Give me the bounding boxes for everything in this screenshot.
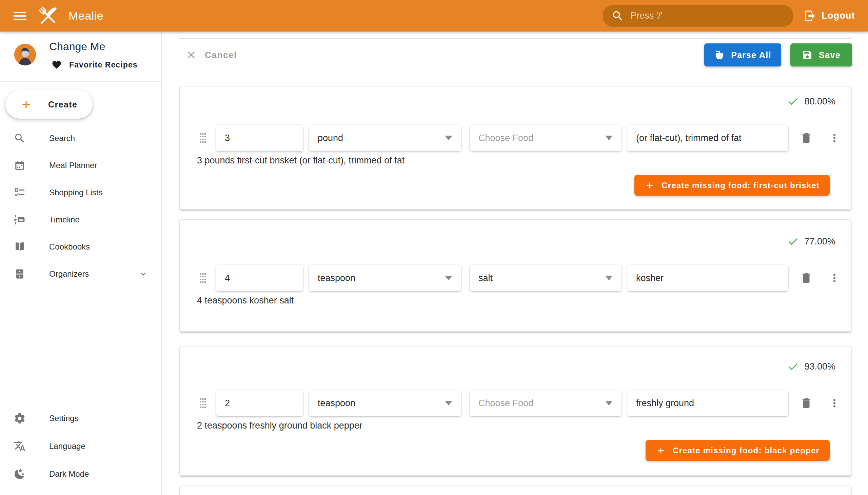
sidebar-item-label: Organizers (49, 269, 89, 279)
main-content: Cancel Parse All Save 80.00% (163, 32, 868, 495)
top-navbar: Mealie Press '/' Logout (0, 0, 868, 32)
food-select[interactable]: salt (470, 265, 622, 291)
cabinet-icon (14, 268, 26, 280)
sidebar-item-shopping-lists[interactable]: Shopping Lists (0, 179, 161, 206)
quantity-input[interactable] (216, 125, 303, 151)
unit-select-value: teaspoon (318, 398, 355, 409)
note-input[interactable] (627, 390, 788, 416)
cancel-button[interactable]: Cancel (185, 45, 237, 65)
dropdown-caret-icon (445, 401, 452, 406)
plus-icon (645, 181, 655, 190)
trash-icon[interactable] (800, 272, 813, 285)
sidebar-item-timeline[interactable]: Timeline (0, 206, 161, 233)
save-icon (802, 50, 813, 61)
unit-select[interactable]: teaspoon (309, 265, 461, 291)
ingredient-fields-row: teaspoon salt (180, 265, 851, 291)
sidebar-menu: Search Meal Planner Shopping Lists (0, 125, 161, 288)
sidebar-item-label: Meal Planner (49, 161, 97, 170)
apple-icon (714, 50, 725, 61)
favorite-recipes-link[interactable]: Favorite Recipes (52, 57, 138, 72)
parse-all-button[interactable]: Parse All (704, 44, 781, 66)
food-select-value: salt (478, 273, 493, 284)
chevron-down-icon (138, 269, 149, 279)
kebab-menu-icon[interactable] (828, 272, 840, 284)
save-button[interactable]: Save (790, 44, 852, 66)
sidebar-item-language[interactable]: Language (0, 432, 161, 460)
sidebar-item-label: Dark Mode (49, 469, 89, 479)
create-missing-food-label: Create missing food: first-cut brisket (662, 181, 819, 190)
note-input[interactable] (627, 265, 788, 291)
food-select-value: Choose Food (478, 133, 533, 143)
gear-icon (14, 412, 26, 425)
check-icon (787, 360, 799, 373)
logout-icon (804, 10, 816, 22)
avatar (14, 44, 36, 65)
unit-select-value: teaspoon (318, 273, 355, 284)
sidebar-item-search[interactable]: Search (0, 125, 161, 152)
sidebar-item-meal-planner[interactable]: Meal Planner (0, 152, 161, 179)
sidebar-item-dark-mode[interactable]: Dark Mode (0, 460, 161, 488)
dropdown-caret-icon (445, 136, 452, 140)
sidebar-item-label: Settings (49, 414, 79, 423)
timeline-icon (14, 214, 26, 226)
trash-icon[interactable] (800, 132, 813, 144)
check-icon (787, 235, 799, 248)
kebab-menu-icon[interactable] (828, 397, 840, 409)
sidebar: Change Me Favorite Recipes Create Search (0, 32, 162, 495)
unit-select-value: pound (318, 133, 343, 143)
food-select[interactable]: Choose Food (470, 390, 622, 416)
sidebar-item-organizers[interactable]: Organizers (0, 260, 161, 288)
food-select[interactable]: Choose Food (470, 125, 622, 151)
sidebar-item-label: Shopping Lists (49, 188, 102, 197)
magnify-icon (14, 132, 26, 144)
ingredient-fields-row: teaspoon Choose Food (180, 390, 851, 416)
ingredient-card: 77.00% teaspoon salt (179, 219, 852, 332)
sidebar-item-cookbooks[interactable]: Cookbooks (0, 233, 161, 260)
heart-icon (52, 60, 62, 70)
create-missing-food-button[interactable]: Create missing food: first-cut brisket (634, 175, 830, 195)
moon-icon (14, 468, 26, 480)
sidebar-divider (0, 81, 161, 82)
plus-icon (656, 445, 666, 456)
original-ingredient-text: 4 teaspoons kosher salt (197, 295, 294, 306)
ingredient-fields-row: pound Choose Food (180, 125, 851, 151)
drag-handle-icon[interactable] (199, 133, 206, 143)
search-input[interactable]: Press '/' (602, 5, 794, 27)
sidebar-item-settings[interactable]: Settings (0, 405, 161, 432)
quantity-input[interactable] (216, 265, 303, 291)
drag-handle-icon[interactable] (199, 398, 206, 408)
unit-select[interactable]: teaspoon (309, 390, 461, 416)
menu-icon[interactable] (9, 5, 31, 27)
confidence-indicator: 77.00% (787, 235, 835, 248)
unit-select[interactable]: pound (309, 125, 461, 151)
kebab-menu-icon[interactable] (828, 132, 840, 144)
trash-icon[interactable] (800, 397, 813, 410)
drag-handle-icon[interactable] (199, 273, 206, 283)
confidence-value: 77.00% (804, 236, 835, 247)
sidebar-item-label: Timeline (49, 215, 80, 224)
create-label: Create (48, 100, 77, 109)
logout-label: Logout (821, 11, 855, 21)
quantity-input[interactable] (216, 390, 303, 416)
sidebar-item-label: Cookbooks (49, 242, 90, 252)
original-ingredient-text: 2 teaspoons freshly ground black pepper (197, 421, 362, 431)
close-icon (185, 49, 197, 61)
original-ingredient-text: 3 pounds first-cut brisket (or flat-cut)… (197, 155, 405, 166)
translate-icon (14, 440, 26, 452)
favorite-recipes-label: Favorite Recipes (69, 61, 138, 69)
save-label: Save (819, 50, 840, 60)
create-missing-food-button[interactable]: Create missing food: black pepper (646, 440, 830, 461)
plus-icon (20, 98, 33, 111)
confidence-indicator: 93.00% (787, 360, 835, 373)
dropdown-caret-icon (445, 276, 452, 280)
note-input[interactable] (627, 125, 788, 151)
logout-button[interactable]: Logout (804, 10, 855, 22)
check-icon (787, 95, 799, 107)
user-section[interactable]: Change Me Favorite Recipes (0, 32, 161, 81)
dropdown-caret-icon (605, 276, 613, 280)
calendar-icon (14, 159, 26, 172)
sidebar-item-label: Search (49, 134, 75, 143)
create-button[interactable]: Create (5, 90, 92, 119)
book-icon (14, 241, 26, 253)
confidence-value: 93.00% (804, 361, 835, 372)
